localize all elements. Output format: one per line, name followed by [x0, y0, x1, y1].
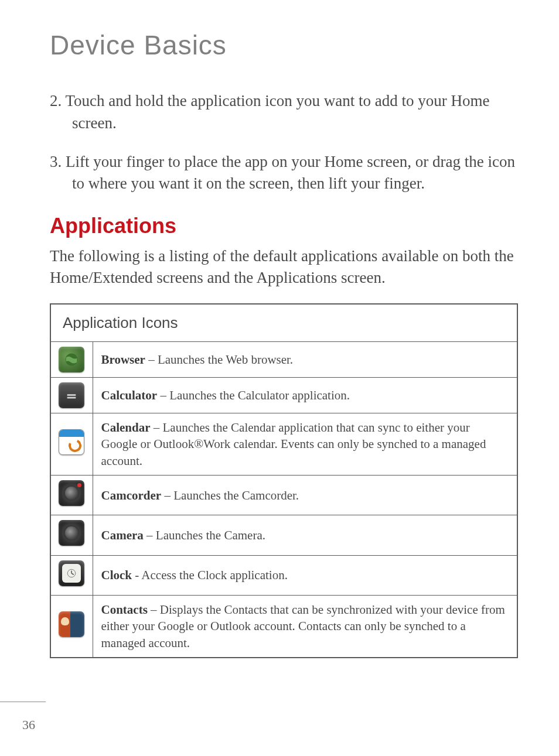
cell-calendar: Calendar – Launches the Calendar applica… — [93, 413, 517, 476]
sep: – — [157, 388, 169, 402]
app-name: Clock — [101, 568, 132, 582]
application-icons-table: Application Icons Browser – Launches the… — [50, 303, 518, 658]
icon-cell — [50, 413, 93, 476]
step-2: 2. Touch and hold the application icon y… — [50, 90, 518, 135]
cell-calculator: Calculator – Launches the Calculator app… — [93, 378, 517, 413]
calendar-icon — [59, 429, 84, 455]
icon-cell — [50, 596, 93, 658]
page-title: Device Basics — [50, 29, 518, 61]
table-row: Browser – Launches the Web browser. — [50, 342, 517, 378]
contacts-icon — [59, 611, 84, 637]
cell-contacts: Contacts – Displays the Contacts that ca… — [93, 596, 517, 658]
browser-icon — [59, 347, 84, 372]
app-desc: Launches the Camcorder. — [173, 488, 299, 502]
step-2-num: 2. — [50, 92, 62, 110]
icon-cell — [50, 476, 93, 515]
cell-camcorder: Camcorder – Launches the Camcorder. — [93, 476, 517, 515]
cell-clock: Clock - Access the Clock application. — [93, 555, 517, 595]
app-name: Camcorder — [101, 488, 162, 502]
svg-rect-2 — [67, 397, 76, 399]
app-name: Browser — [101, 353, 145, 367]
table-row: Calendar – Launches the Calendar applica… — [50, 413, 517, 476]
app-desc: Launches the Calculator application. — [169, 388, 350, 402]
cell-browser: Browser – Launches the Web browser. — [93, 342, 517, 378]
sep: – — [161, 488, 173, 502]
sep: - — [132, 568, 141, 582]
step-3-num: 3. — [50, 153, 62, 170]
icon-cell — [50, 555, 93, 595]
step-2-text: Touch and hold the application icon you … — [66, 92, 490, 132]
camcorder-icon — [59, 480, 84, 506]
step-3-text: Lift your finger to place the app on you… — [66, 153, 515, 193]
sep: – — [145, 353, 158, 367]
app-desc: Access the Clock application. — [141, 568, 288, 582]
sep: – — [151, 420, 163, 435]
sep: – — [148, 603, 160, 617]
table-row: Clock - Access the Clock application. — [50, 555, 517, 595]
app-name: Contacts — [101, 603, 148, 617]
camera-icon — [59, 520, 84, 546]
svg-rect-1 — [67, 394, 76, 396]
applications-intro: The following is a listing of the defaul… — [50, 245, 518, 288]
app-desc: Launches the Web browser. — [158, 353, 293, 367]
app-desc: Displays the Contacts that can be synchr… — [101, 603, 505, 650]
table-row: Camcorder – Launches the Camcorder. — [50, 476, 517, 515]
cell-camera: Camera – Launches the Camera. — [93, 515, 517, 555]
icon-cell — [50, 342, 93, 378]
icon-cell — [50, 515, 93, 555]
app-name: Calculator — [101, 388, 158, 402]
table-header: Application Icons — [50, 304, 517, 342]
sep: – — [144, 528, 156, 542]
app-name: Camera — [101, 528, 144, 542]
page-number: 36 — [22, 717, 35, 733]
app-name: Calendar — [101, 420, 151, 435]
calculator-icon — [59, 382, 84, 408]
clock-icon — [59, 560, 84, 586]
table-row: Calculator – Launches the Calculator app… — [50, 378, 517, 413]
icon-cell — [50, 378, 93, 413]
table-row: Contacts – Displays the Contacts that ca… — [50, 596, 517, 658]
step-3: 3. Lift your finger to place the app on … — [50, 151, 518, 196]
table-row: Camera – Launches the Camera. — [50, 515, 517, 555]
footer-divider — [0, 702, 46, 703]
app-desc: Launches the Camera. — [156, 528, 265, 542]
applications-heading: Applications — [50, 214, 518, 238]
